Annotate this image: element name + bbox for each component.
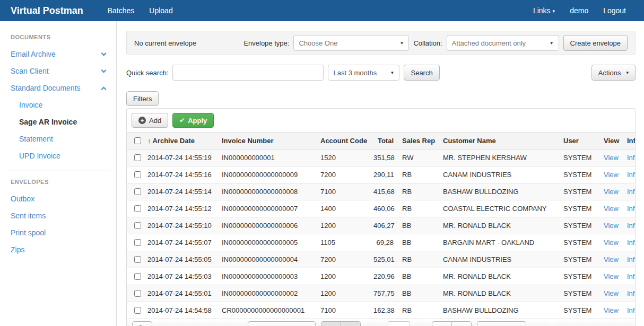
column-header-customer_name[interactable]: Customer Name [439,133,559,149]
apply-label: Apply [188,117,207,125]
collation-select[interactable]: Attached document only ▼ [447,35,559,51]
row-checkbox[interactable] [134,307,141,314]
nav-item-links-dropdown[interactable]: Links▾ [526,6,562,15]
cell-view: View [599,183,623,200]
row-checkbox[interactable] [134,222,141,229]
nav-item-batches[interactable]: Batches [100,6,142,15]
sidebar-item-zips[interactable]: Zips [11,241,110,258]
actions-label: Actions [598,69,621,77]
cell-invoice_number: IN000000000000000003 [217,268,316,285]
sidebar-item-sent-items[interactable]: Sent items [11,207,110,224]
sidebar-item-print-spool[interactable]: Print spool [11,224,110,241]
apply-filters-button[interactable]: ✔Apply [172,113,214,128]
period-select[interactable]: Last 3 months ▼ [328,65,399,81]
row-checkbox[interactable] [134,171,141,178]
column-header-total[interactable]: Total [369,133,398,149]
sidebar-item-outbox[interactable]: Outbox [11,190,110,207]
refresh-button[interactable]: ↻ [132,321,152,326]
view-link[interactable]: View [604,239,619,246]
first-page-button[interactable]: |◀◀ [321,321,341,326]
export-button[interactable]: Export to▴ [477,321,526,326]
cell-user: SYSTEM [559,251,599,268]
sidebar-item-statement[interactable]: Statement [11,130,110,147]
nav-item-user[interactable]: demo [562,6,596,15]
column-header-view[interactable]: View [599,133,623,149]
cell-view: View [599,166,623,183]
nav-item-logout[interactable]: Logout [596,6,633,15]
next-page-button[interactable]: ▶▶ [432,321,452,326]
add-filter-button[interactable]: +Add [132,113,168,128]
app-brand[interactable]: Virtual Postman [11,5,83,16]
column-header-info[interactable]: Info [623,133,635,149]
view-link[interactable]: View [604,171,619,179]
column-header-account_code[interactable]: Account Code [316,133,369,149]
view-link[interactable]: View [604,255,619,263]
cell-sales_rep: RB [398,302,439,319]
sidebar-item-label: Zips [11,245,24,254]
info-link[interactable]: Info [627,255,635,263]
info-link[interactable]: Info [627,205,635,213]
row-checkbox[interactable] [134,239,141,246]
nav-item-upload[interactable]: Upload [142,6,180,15]
filters-button[interactable]: Filters [126,91,159,106]
sidebar-item-scan-client[interactable]: Scan Client [11,63,110,80]
view-link[interactable]: View [604,154,619,162]
select-all-checkbox[interactable] [134,137,141,144]
view-link[interactable]: View [604,205,619,213]
column-header-sales_rep[interactable]: Sales Rep [398,133,439,149]
info-link[interactable]: Info [627,239,635,246]
column-header-invoice_number[interactable]: Invoice Number [217,133,316,149]
actions-button[interactable]: Actions▾ [591,65,636,81]
column-header-archive_date[interactable]: ↑Archive Date [143,133,217,149]
sidebar-item-sage-ar-invoice[interactable]: Sage AR Invoice [11,113,110,130]
cell-total: 351,58 [369,149,398,166]
chevron-up-icon [101,86,107,92]
sidebar-item-invoice[interactable]: Invoice [11,96,110,113]
info-link[interactable]: Info [627,154,635,162]
cell-archive_date: 2014-07-24 14:55:16 [143,166,217,183]
cell-account_code: 7200 [316,166,369,183]
cell-customer_name: MR. RONALD BLACK [439,268,559,285]
row-checkbox[interactable] [134,188,141,195]
search-button[interactable]: Search [404,65,439,81]
page-number-input[interactable] [388,321,410,326]
table-panel: +Add ✔Apply ↑Archive DateInvoice NumberA… [126,108,636,326]
cell-total: 220,96 [369,268,398,285]
quick-search-input[interactable] [172,65,324,81]
table-footer: ↻ Showing 1 to 10 of 13 items Rows per p… [127,319,635,326]
view-link[interactable]: View [604,188,619,196]
row-checkbox[interactable] [134,290,141,297]
view-link[interactable]: View [604,306,619,314]
view-link[interactable]: View [604,289,619,297]
info-link[interactable]: Info [627,188,635,196]
info-link[interactable]: Info [627,289,635,297]
cell-info: Info [623,183,635,200]
cell-account_code: 7200 [316,251,369,268]
row-checkbox[interactable] [134,256,141,263]
info-link[interactable]: Info [627,272,635,280]
cell-user: SYSTEM [559,183,599,200]
select-caret-icon: ▼ [399,41,404,46]
view-link[interactable]: View [604,222,619,230]
rows-per-page-button[interactable]: Rows per page▴ [248,321,316,326]
sidebar-item-label: Sage AR Invoice [19,118,77,126]
row-checkbox[interactable] [134,205,141,212]
column-header-user[interactable]: User [559,133,599,149]
sidebar-item-standard-documents[interactable]: Standard Documents [11,80,110,96]
last-page-button[interactable]: ▶▶| [451,321,472,326]
previous-page-button[interactable]: ◀◀ [341,321,361,326]
info-link[interactable]: Info [627,222,635,230]
cell-invoice_number: IN000000000000000007 [217,200,316,217]
sidebar-item-email-archive[interactable]: Email Archive [11,46,110,63]
view-link[interactable]: View [604,272,619,280]
row-select-cell [127,200,143,217]
row-checkbox[interactable] [134,273,141,280]
cell-info: Info [623,234,635,251]
sidebar-item-upd-invoice[interactable]: UPD Invoice [11,147,110,164]
sidebar: DOCUMENTSEmail ArchiveScan ClientStandar… [0,21,117,326]
row-checkbox[interactable] [134,154,141,161]
create-envelope-button[interactable]: Create envelope [563,35,628,51]
info-link[interactable]: Info [627,306,635,314]
envelope-type-select[interactable]: Choose One ▼ [293,35,409,51]
info-link[interactable]: Info [627,171,635,179]
